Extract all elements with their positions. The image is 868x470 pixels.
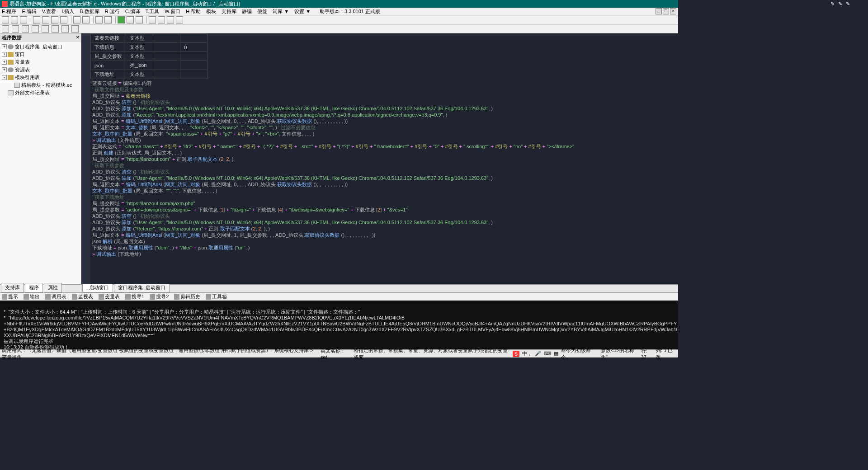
menu-item[interactable]: B.数据库 xyxy=(80,8,99,15)
code-line[interactable]: 局_提交参数 = "action=downprocess&signs=" + 下… xyxy=(90,207,678,213)
code-line[interactable]: ADD_协议头.添加 ("Referer", "https://lanzout.… xyxy=(90,226,678,232)
output-panel[interactable]: * "文件大小：文件大小：64.4 M" | "上传时间：上传时间：6 天前" … xyxy=(0,301,678,349)
menu-item[interactable]: C.编译 xyxy=(125,8,140,15)
tool-icon[interactable] xyxy=(12,25,19,33)
menu-item[interactable]: 词库 ▼ xyxy=(273,8,289,15)
menu-item[interactable]: 支持库 xyxy=(222,8,236,15)
code-line[interactable]: 局_返回文本 = 编码_Utf8到Ansi (网页_访问_对象 (局_提交网址,… xyxy=(90,232,678,238)
run-icon[interactable] xyxy=(118,16,125,24)
code-line[interactable]: 局_提交网址 = "https://lanzout.com/ajaxm.php" xyxy=(90,200,678,207)
comment-icon[interactable] xyxy=(104,16,112,24)
tree-node[interactable]: -模块引用表 xyxy=(2,74,79,81)
step-out-icon[interactable] xyxy=(167,16,174,24)
tool-icon[interactable] xyxy=(52,25,59,33)
code-line[interactable]: 局_提交网址 = "https://lanzout.com" + 正则.取子匹配… xyxy=(90,156,678,162)
code-line[interactable]: ADD_协议头.清空 () ' 初始化协议头 xyxy=(90,169,678,175)
code-line[interactable]: ADD_协议头.添加 ("User-Agent", "Mozilla/5.0 (… xyxy=(90,105,678,112)
tree-expander-icon[interactable]: + xyxy=(2,44,7,49)
code-line[interactable]: 正则表达式 = "<iframe class=" + #引号 + "ifr2" … xyxy=(90,143,678,150)
var-row[interactable]: 下载信息文本型0 xyxy=(91,43,208,52)
output-tab[interactable]: 输出 xyxy=(24,293,40,300)
menu-item[interactable]: E.编辑 xyxy=(22,8,36,15)
mic-icon[interactable]: 🎤 xyxy=(535,351,541,357)
tool-icon[interactable] xyxy=(71,25,79,33)
menu-item[interactable]: 便签 xyxy=(257,8,267,15)
code-line[interactable]: 局_返回文本 = 文本_替换 (局_返回文本, , , , "<font>", … xyxy=(90,124,678,131)
code-editor[interactable]: 蓝奏云链接文本型下载信息文本型0局_提交参数文本型json类_json下载地址文… xyxy=(81,33,678,284)
output-tab[interactable]: 监视表 xyxy=(72,293,93,300)
output-tab[interactable]: 工具箱 xyxy=(206,293,227,300)
tree-expander-icon[interactable]: + xyxy=(2,60,7,65)
code-line[interactable]: ADD_协议头.清空 () ' 初始化协议头 xyxy=(90,213,678,219)
sidebar-tab[interactable]: 属性 xyxy=(44,283,62,292)
var-row[interactable]: 下载地址文本型 xyxy=(91,70,208,79)
code-line[interactable]: ADD_协议头.清空 () ' 初始化协议头 xyxy=(90,99,678,105)
sidebar-tab[interactable]: 程序 xyxy=(25,283,43,292)
menu-item[interactable]: R.运行 xyxy=(105,8,120,15)
tree-node[interactable]: +窗口 xyxy=(2,51,79,58)
breakpoint-icon[interactable] xyxy=(176,16,183,24)
code-line[interactable]: 文本_取中间_批量 (局_返回文本, "'", "':", 下载信息, , , … xyxy=(90,188,678,194)
ime-indicator[interactable]: S xyxy=(513,351,519,357)
code-line[interactable]: 下载地址 = json.取通用属性 ("dom", ) + "/file/" +… xyxy=(90,244,678,251)
var-row[interactable]: 局_提交参数文本型 xyxy=(91,52,208,61)
new-file-icon[interactable] xyxy=(2,16,9,24)
editor-tab[interactable]: _启动窗口 xyxy=(82,283,113,292)
sidebar-tab[interactable]: 支持库 xyxy=(1,283,24,292)
code-line[interactable]: ADD_协议头.添加 ("User-Agent", "Mozilla/5.0 (… xyxy=(90,175,678,181)
tree-node[interactable]: +资源表 xyxy=(2,66,79,74)
close-button[interactable]: × xyxy=(670,8,676,14)
paste-icon[interactable] xyxy=(51,16,58,24)
delete-icon[interactable] xyxy=(60,16,67,24)
code-line[interactable]: ADD_协议头.添加 ("User-Agent", "Mozilla/5.0 (… xyxy=(90,219,678,226)
code-line[interactable]: json.解析 (局_返回文本) xyxy=(90,238,678,244)
code-line[interactable]: 蓝奏云链接 = 编辑框1.内容 xyxy=(90,80,678,86)
search-icon[interactable] xyxy=(95,16,103,24)
menu-item[interactable]: I.插入 xyxy=(61,8,74,15)
tree-node[interactable]: 精易模块 - 精易模块.ec xyxy=(8,81,79,89)
tree-node[interactable]: +窗口程序集_启动窗口 xyxy=(2,43,79,51)
tool-icon[interactable] xyxy=(42,25,49,33)
code-line[interactable]: 局_提交网址 = 蓝奏云链接 xyxy=(90,93,678,99)
undo-icon[interactable] xyxy=(73,16,80,24)
output-tab[interactable]: 剪辑历史 xyxy=(174,293,200,300)
var-row[interactable]: 蓝奏云链接文本型 xyxy=(91,34,208,43)
menu-item[interactable]: 模块 xyxy=(206,8,216,15)
stop-icon[interactable] xyxy=(136,16,143,24)
minimize-button[interactable]: _ xyxy=(656,8,662,14)
tool-icon[interactable] xyxy=(2,25,9,33)
cut-icon[interactable] xyxy=(33,16,40,24)
output-tab[interactable]: 变量表 xyxy=(99,293,120,300)
output-tab[interactable]: 搜寻2 xyxy=(150,293,169,300)
tree-expander-icon[interactable]: - xyxy=(2,75,7,80)
code-line[interactable]: 局_返回文本 = 编码_Utf8到Ansi (网页_访问_对象 (局_提交网址,… xyxy=(90,118,678,124)
output-tab[interactable]: 搜寻1 xyxy=(125,293,144,300)
open-file-icon[interactable] xyxy=(11,16,18,24)
menu-item[interactable]: T.工具 xyxy=(146,8,160,15)
output-tab[interactable]: 调用表 xyxy=(45,293,66,300)
code-line[interactable]: ' 获取文件信息及fb参数 xyxy=(90,86,678,93)
tree-expander-icon[interactable]: + xyxy=(2,52,7,57)
code-line[interactable]: 局_返回文本 = 编码_Utf8到Ansi (网页_访问_对象 (局_提交网址,… xyxy=(90,181,678,188)
menu-item[interactable]: V.查看 xyxy=(42,8,56,15)
close-icon[interactable]: × xyxy=(76,34,79,41)
code-line[interactable]: » 调试输出 (文件信息) xyxy=(90,137,678,143)
step-into-icon[interactable] xyxy=(158,16,165,24)
step-icon[interactable] xyxy=(149,16,156,24)
code-line[interactable]: 正则.创建 (正则表达式, 局_返回文本, , , ) xyxy=(90,150,678,156)
code-line[interactable]: ' 获取下载地址 xyxy=(90,194,678,200)
editor-tab[interactable]: 窗口程序集_启动窗口 xyxy=(114,283,170,292)
keyboard-icon[interactable]: ⌨ xyxy=(544,351,551,357)
menu-item[interactable]: E.程序 xyxy=(2,8,16,15)
tree-node[interactable]: +常量表 xyxy=(2,58,79,66)
pause-icon[interactable] xyxy=(127,16,134,24)
menu-item[interactable]: H.帮助 xyxy=(186,8,201,15)
maximize-button[interactable]: □ xyxy=(663,8,669,14)
tool-icon[interactable] xyxy=(32,25,39,33)
code-line[interactable]: » 调试输出 (下载地址) xyxy=(90,251,678,257)
output-tab[interactable]: 提示 xyxy=(2,293,18,300)
menu-item[interactable]: W.窗口 xyxy=(165,8,180,15)
tree-node[interactable]: 外部文件记录表 xyxy=(2,89,79,97)
redo-icon[interactable] xyxy=(82,16,90,24)
var-row[interactable]: json类_json xyxy=(91,61,208,70)
